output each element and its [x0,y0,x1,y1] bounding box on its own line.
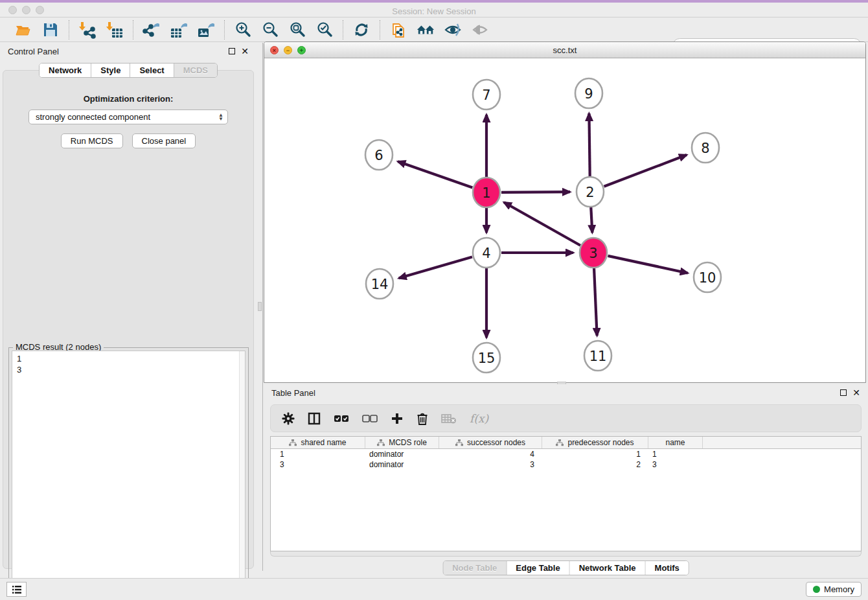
mcds-result-group: MCDS result (2 nodes) 1 3 [8,347,249,592]
criterion-dropdown-value: strongly connected component [36,112,218,122]
edge-2-8[interactable] [604,155,687,187]
main-toolbar [0,17,868,42]
node-label-4: 4 [482,246,490,261]
column-header-label: predecessor nodes [567,438,634,447]
hide-selected-eye-icon[interactable] [444,21,462,39]
table-tabs: Node Table Edge Table Network Table Moti… [442,560,689,575]
column-tree-icon [455,439,463,446]
cell-predecessor-nodes: 1 [542,449,648,459]
edge-1-2[interactable] [501,192,570,192]
show-columns-icon[interactable] [308,412,321,425]
delete-table-icon[interactable] [441,413,457,424]
node-label-8: 8 [701,141,709,156]
memory-status-dot [813,586,820,593]
task-history-button[interactable] [6,582,27,597]
node-label-6: 6 [374,148,383,163]
mcds-result-scrollbar[interactable] [239,351,245,588]
table-panel: Table Panel ✕ f(x) shared nameMCDS rol [264,384,868,577]
export-table-icon[interactable] [170,21,188,39]
create-column-plus-icon[interactable] [391,412,404,425]
cell-shared-name: 1 [271,449,365,459]
cell-shared-name: 3 [271,459,365,470]
network-window-titlebar[interactable]: × − + scc.txt [264,42,865,58]
node-label-10: 10 [699,270,716,286]
unselect-all-columns-icon[interactable] [362,414,378,423]
tab-style[interactable]: Style [91,63,130,77]
panel-splitter[interactable] [257,43,263,571]
close-table-panel-icon[interactable]: ✕ [852,389,860,396]
export-network-icon[interactable] [143,21,161,39]
tab-motifs[interactable]: Motifs [646,561,689,575]
run-mcds-button[interactable]: Run MCDS [61,133,123,148]
column-header-successor-nodes[interactable]: successor nodes [439,437,542,448]
float-table-panel-icon[interactable] [840,389,847,396]
edge-4-14[interactable] [399,257,472,278]
edge-1-6[interactable] [398,161,472,187]
column-header-shared-name[interactable]: shared name [271,437,365,448]
control-panel: Control Panel ✕ Network Style Select MCD… [0,43,257,571]
refresh-view-icon[interactable] [352,21,371,39]
splitter-grip[interactable] [258,302,262,311]
select-all-columns-icon[interactable] [334,414,349,423]
mcds-result-text[interactable]: 1 3 [12,351,246,589]
delete-column-trash-icon[interactable] [417,412,428,425]
tab-mcds[interactable]: MCDS [174,63,217,77]
cell-name: 3 [648,459,703,470]
criterion-dropdown[interactable]: strongly connected component ▲▼ [29,110,228,124]
cell-successor-nodes: 4 [439,449,542,459]
table-row[interactable]: 1dominator411 [271,449,861,459]
tab-select[interactable]: Select [130,63,174,77]
zoom-fit-icon[interactable] [288,21,306,39]
table-toolbar: f(x) [270,404,862,432]
network-view-window: × − + scc.txt 7968124314101511 [264,41,866,383]
function-builder-button[interactable]: f(x) [470,412,488,425]
network-window-title: scc.txt [264,42,865,58]
edge-3-11[interactable] [594,268,597,336]
edge-3-10[interactable] [608,256,687,273]
save-session-icon[interactable] [41,21,60,39]
column-header-MCDS-role[interactable]: MCDS role [365,437,439,448]
table-settings-gear-icon[interactable] [282,412,295,425]
node-table: shared nameMCDS rolesuccessor nodesprede… [270,436,862,551]
column-header-label: successor nodes [467,438,525,447]
node-label-3: 3 [589,246,597,261]
column-header-label: MCDS role [389,438,427,447]
tab-network-table[interactable]: Network Table [570,561,646,575]
zoom-selected-icon[interactable] [315,21,334,39]
home-layout-icon[interactable] [417,21,435,39]
open-session-icon[interactable] [14,21,32,39]
export-image-icon[interactable] [197,21,215,39]
column-header-name[interactable]: name [648,437,703,448]
column-tree-icon [556,439,564,446]
control-panel-title: Control Panel [8,47,59,56]
memory-button[interactable]: Memory [806,582,862,597]
edge-2-9[interactable] [589,113,589,177]
close-panel-button[interactable]: Close panel [132,133,196,148]
import-network-icon[interactable] [78,21,97,39]
window-title: Session: New Session [0,5,868,18]
float-panel-icon[interactable] [229,48,235,54]
zoom-out-icon[interactable] [261,21,279,39]
table-scroll-strip[interactable] [270,551,862,557]
edge-2-3[interactable] [591,207,592,233]
new-network-from-selection-icon[interactable] [389,21,407,39]
node-label-15: 15 [478,351,496,366]
node-label-11: 11 [589,349,607,364]
tab-network[interactable]: Network [40,63,91,77]
edge-3-1[interactable] [504,202,580,245]
table-body: 1dominator4113dominator323 [271,449,861,470]
window-titlebar: Session: New Session [0,3,868,17]
column-header-predecessor-nodes[interactable]: predecessor nodes [542,437,648,448]
zoom-in-icon[interactable] [234,21,252,39]
network-canvas[interactable]: 7968124314101511 [264,58,865,382]
table-row[interactable]: 3dominator323 [271,459,861,470]
import-table-icon[interactable] [106,21,124,39]
node-label-2: 2 [586,185,594,200]
tab-edge-table[interactable]: Edge Table [507,561,569,575]
show-hidden-eye-icon[interactable] [471,21,489,39]
close-panel-icon[interactable]: ✕ [241,48,249,54]
node-label-9: 9 [584,86,593,102]
network-graph[interactable]: 7968124314101511 [264,58,865,382]
status-bar: Memory [0,578,868,600]
tab-node-table[interactable]: Node Table [443,561,507,575]
